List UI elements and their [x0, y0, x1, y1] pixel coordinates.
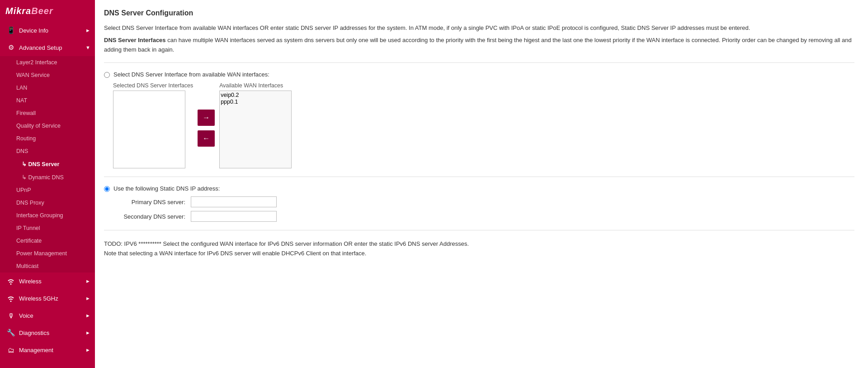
- sidebar-item-advanced-setup[interactable]: ⚙ Advanced Setup ▼: [0, 39, 95, 56]
- description-2-bold: DNS Server Interfaces: [104, 37, 166, 43]
- radio-wan-label[interactable]: Select DNS Server Interface from availab…: [113, 71, 269, 78]
- divider-2: [104, 177, 854, 177]
- description-1: Select DNS Server Interface from availab…: [104, 24, 854, 33]
- logo: MikraBeer: [0, 0, 95, 22]
- description-2: DNS Server Interfaces can have multiple …: [104, 36, 854, 55]
- management-icon: 🗂: [6, 345, 15, 354]
- main-content: DNS Server Configuration Select DNS Serv…: [95, 0, 868, 368]
- todo-line-1: TODO: IPV6 ********** Select the configu…: [104, 240, 469, 247]
- transfer-buttons: → ←: [198, 110, 215, 147]
- advanced-setup-icon: ⚙: [6, 43, 15, 52]
- sidebar-item-nat[interactable]: NAT: [0, 94, 95, 107]
- sidebar-item-firewall[interactable]: Firewall: [0, 107, 95, 119]
- sidebar-item-multicast[interactable]: Multicast: [0, 260, 95, 272]
- available-wan-listbox[interactable]: veip0.2 ppp0.1: [219, 91, 292, 168]
- add-to-selected-button[interactable]: →: [198, 110, 215, 126]
- sidebar-item-voice[interactable]: 🎙 Voice ►: [0, 307, 95, 324]
- sidebar-item-qos[interactable]: Quality of Service: [0, 119, 95, 132]
- chevron-right-icon: ►: [85, 296, 90, 301]
- chevron-down-icon: ▼: [85, 45, 90, 50]
- secondary-dns-row: Secondary DNS server:: [113, 211, 854, 222]
- wireless-icon: [6, 277, 15, 286]
- chevron-right-icon: ►: [85, 278, 90, 284]
- available-wan-label: Available WAN Interfaces: [219, 82, 292, 89]
- todo-line-2: Note that selecting a WAN interface for …: [104, 250, 366, 257]
- arrow-right-icon: →: [203, 114, 210, 122]
- selected-dns-container: Selected DNS Server Interfaces: [113, 82, 193, 168]
- sidebar-item-wan-service[interactable]: WAN Service: [0, 69, 95, 81]
- sidebar-label-advanced-setup: Advanced Setup: [19, 44, 82, 51]
- radio-static-row: Use the following Static DNS IP address:: [104, 185, 854, 192]
- arrow-left-icon: ←: [203, 134, 210, 143]
- wireless-5ghz-icon: [6, 294, 15, 303]
- chevron-right-icon: ►: [85, 313, 90, 318]
- chevron-right-icon: ►: [85, 330, 90, 335]
- sidebar: MikraBeer 📱 Device Info ► ⚙ Advanced Set…: [0, 0, 95, 368]
- primary-dns-label: Primary DNS server:: [113, 199, 185, 206]
- wan-option-veip02[interactable]: veip0.2: [221, 92, 291, 99]
- secondary-dns-input[interactable]: [191, 211, 277, 222]
- radio-static-dns[interactable]: [104, 186, 110, 192]
- sidebar-item-dynamic-dns[interactable]: ↳ Dynamic DNS: [0, 171, 95, 184]
- sidebar-item-ip-tunnel[interactable]: IP Tunnel: [0, 222, 95, 234]
- wan-option-ppp01[interactable]: ppp0.1: [221, 99, 291, 105]
- radio-static-label[interactable]: Use the following Static DNS IP address:: [113, 185, 220, 192]
- sidebar-item-lan[interactable]: LAN: [0, 81, 95, 94]
- sidebar-item-management[interactable]: 🗂 Management ►: [0, 341, 95, 358]
- sidebar-label-management: Management: [19, 347, 82, 354]
- sidebar-item-wireless-5ghz[interactable]: Wireless 5GHz ►: [0, 290, 95, 307]
- diagnostics-icon: 🔧: [6, 328, 15, 337]
- sidebar-item-routing[interactable]: Routing: [0, 132, 95, 145]
- divider-1: [104, 62, 854, 63]
- primary-dns-row: Primary DNS server:: [113, 196, 854, 207]
- wan-selector: Selected DNS Server Interfaces → ← Avail…: [113, 82, 854, 168]
- divider-3: [104, 230, 854, 230]
- sidebar-label-voice: Voice: [19, 312, 82, 319]
- sidebar-label-diagnostics: Diagnostics: [19, 330, 82, 336]
- advanced-setup-subnav: Layer2 Interface WAN Service LAN NAT Fir…: [0, 56, 95, 272]
- selected-dns-label: Selected DNS Server Interfaces: [113, 82, 193, 89]
- chevron-right-icon: ►: [85, 347, 90, 353]
- sidebar-item-dns[interactable]: DNS: [0, 145, 95, 158]
- sidebar-item-label: Device Info: [19, 27, 82, 34]
- primary-dns-input[interactable]: [191, 196, 277, 207]
- remove-from-selected-button[interactable]: ←: [198, 130, 215, 147]
- sidebar-item-diagnostics[interactable]: 🔧 Diagnostics ►: [0, 324, 95, 341]
- logo-text: MikraBeer: [5, 5, 53, 17]
- sidebar-item-power-management[interactable]: Power Management: [0, 247, 95, 260]
- chevron-right-icon: ►: [85, 28, 90, 33]
- todo-ipv6-text: TODO: IPV6 ********** Select the configu…: [104, 239, 854, 258]
- device-info-icon: 📱: [6, 26, 15, 35]
- radio-wan-interfaces[interactable]: [104, 72, 110, 78]
- sidebar-item-dns-proxy[interactable]: DNS Proxy: [0, 196, 95, 209]
- selected-dns-listbox[interactable]: [113, 91, 185, 168]
- sidebar-item-dns-server[interactable]: ↳ DNS Server: [0, 158, 95, 171]
- sidebar-item-upnp[interactable]: UPnP: [0, 184, 95, 196]
- sidebar-item-interface-grouping[interactable]: Interface Grouping: [0, 209, 95, 222]
- sidebar-item-device-info[interactable]: 📱 Device Info ►: [0, 22, 95, 39]
- available-wan-select[interactable]: veip0.2 ppp0.1: [220, 91, 292, 168]
- radio-wan-row: Select DNS Server Interface from availab…: [104, 71, 854, 78]
- page-title: DNS Server Configuration: [104, 9, 854, 17]
- description-2-rest: can have multiple WAN interfaces served …: [104, 37, 852, 53]
- sidebar-label-wireless: Wireless: [19, 278, 82, 285]
- sidebar-item-layer2[interactable]: Layer2 Interface: [0, 56, 95, 69]
- selected-dns-select[interactable]: [113, 91, 185, 168]
- sidebar-item-wireless[interactable]: Wireless ►: [0, 272, 95, 290]
- sidebar-item-certificate[interactable]: Certificate: [0, 234, 95, 247]
- sidebar-label-wireless-5ghz: Wireless 5GHz: [19, 295, 82, 302]
- available-wan-container: Available WAN Interfaces veip0.2 ppp0.1: [219, 82, 292, 168]
- secondary-dns-label: Secondary DNS server:: [113, 213, 185, 220]
- voice-icon: 🎙: [6, 311, 15, 320]
